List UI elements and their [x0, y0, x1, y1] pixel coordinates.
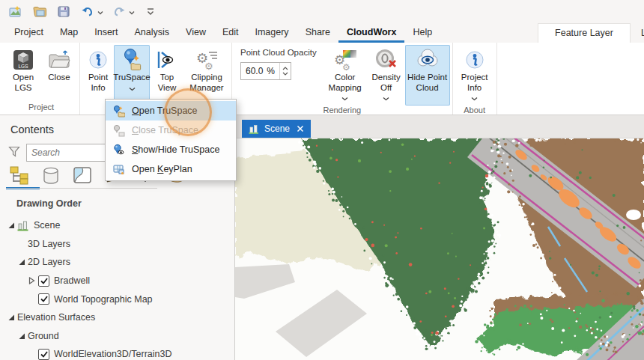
- map-canvas[interactable]: [235, 138, 644, 360]
- customize-toolbar-icon[interactable]: [142, 3, 159, 19]
- layer-label: Ground: [28, 331, 59, 341]
- tree-row-elevation-surfaces[interactable]: Elevation Surfaces: [0, 308, 234, 327]
- top-view-icon: [156, 47, 178, 73]
- menu-item-label: Open KeyPlan: [132, 164, 192, 174]
- ribbon-tab-imagery[interactable]: Imagery: [246, 23, 297, 43]
- clipping-manager-button[interactable]: ⚙ ⚙ Clipping Manager: [184, 45, 229, 103]
- opacity-unit: %: [263, 66, 275, 76]
- ribbon-tab-view[interactable]: View: [177, 23, 214, 43]
- ribbon-tab-map[interactable]: Map: [52, 23, 86, 43]
- density-off-button[interactable]: Density Off: [368, 45, 405, 106]
- ribbon-tab-cloudworx[interactable]: CloudWorx: [338, 23, 404, 43]
- project-info-icon: [464, 47, 486, 73]
- tree-row-bradwell[interactable]: Bradwell: [0, 272, 234, 290]
- quick-access-toolbar: [0, 0, 644, 22]
- menu-item-open-truspace[interactable]: Open TruSpace: [106, 101, 236, 120]
- open-keyplan-icon: [112, 163, 125, 176]
- ribbon-tab-help[interactable]: Help: [404, 23, 440, 43]
- expander-open-icon[interactable]: [7, 222, 17, 229]
- opacity-stepper[interactable]: [279, 63, 291, 79]
- ribbon-tab-project[interactable]: Project: [6, 23, 52, 43]
- undo-dropdown-chevron-icon[interactable]: [97, 4, 103, 18]
- layer-label: World Topographic Map: [54, 294, 153, 305]
- menu-item-open-keyplan[interactable]: Open KeyPlan: [106, 159, 236, 179]
- point-info-icon: [87, 47, 109, 73]
- layer-label: WorldElevation3D/Terrain3D: [54, 349, 171, 359]
- view-tab-bar: Scene: [235, 115, 644, 138]
- contextual-tab-group: Feature Layer La: [538, 22, 644, 43]
- project-info-chevron-down-icon: [471, 94, 478, 104]
- layer-checkbox[interactable]: [38, 293, 49, 305]
- redo-dropdown-chevron-icon[interactable]: [129, 4, 135, 18]
- truspace-chevron-down-icon: [129, 84, 136, 94]
- tree-row-2d-layers[interactable]: 2D Layers: [0, 253, 234, 272]
- tree-row-scene[interactable]: Scene: [0, 216, 234, 235]
- tree-row-3d-layers[interactable]: 3D Layers: [0, 235, 234, 254]
- ribbon-group-rendering: Point Cloud Opacity 60.0 %: [232, 43, 453, 115]
- open-lgs-label: Open LGS: [6, 73, 40, 93]
- tab-scene[interactable]: Scene: [242, 120, 311, 138]
- truspace-button[interactable]: TruSpace: [114, 45, 150, 103]
- open-lgs-button[interactable]: LGS Open LGS: [5, 45, 41, 103]
- opacity-value[interactable]: 60.0: [241, 66, 263, 76]
- menu-item-close-truspace[interactable]: Close TruSpace: [106, 120, 236, 140]
- point-info-label: Point Info: [83, 73, 113, 93]
- ribbon-tab-bar: ProjectMapInsertAnalysisViewEditImageryS…: [0, 22, 644, 43]
- stepper-down-icon: [282, 72, 288, 76]
- tab-list-by-data-source[interactable]: [40, 166, 61, 185]
- point-info-button[interactable]: Point Info: [82, 45, 114, 103]
- hide-point-cloud-button[interactable]: Hide Point Cloud: [405, 45, 450, 106]
- expander-open-icon[interactable]: [18, 258, 28, 266]
- open-truspace-icon: [112, 105, 125, 118]
- group-label-project: Project: [5, 103, 77, 115]
- tree-row-worldelevation3d-terrain3d[interactable]: WorldElevation3D/Terrain3D: [0, 345, 234, 360]
- ribbon-tab-share[interactable]: Share: [297, 23, 338, 43]
- close-label: Close: [48, 73, 70, 83]
- layer-label: Bradwell: [54, 275, 90, 286]
- color-mapping-label: Color Mapping: [323, 73, 367, 93]
- filter-funnel-icon[interactable]: [7, 144, 22, 162]
- show-hide-truspace-icon: [112, 144, 125, 156]
- ribbon-group-about: Project Info About: [453, 43, 497, 115]
- tree-row-ground[interactable]: Ground: [0, 327, 234, 346]
- tab-list-by-drawing-order[interactable]: [9, 166, 29, 185]
- open-project-icon[interactable]: [31, 3, 48, 19]
- close-button[interactable]: Close: [41, 45, 77, 103]
- scene-tab-close-icon[interactable]: [297, 125, 304, 132]
- opacity-spinner[interactable]: 60.0 %: [240, 62, 291, 80]
- tab-feature-layer[interactable]: Feature Layer: [538, 23, 631, 43]
- ribbon-tab-insert[interactable]: Insert: [86, 23, 126, 43]
- undo-icon[interactable]: [79, 3, 96, 19]
- stepper-up-icon: [282, 67, 288, 70]
- group-label-about: About: [455, 106, 494, 115]
- expander-open-icon[interactable]: [18, 332, 28, 340]
- layer-label: Scene: [34, 220, 60, 231]
- layer-checkbox[interactable]: [38, 275, 49, 287]
- hide-point-cloud-icon: [415, 47, 440, 73]
- redo-icon[interactable]: [111, 3, 127, 19]
- point-cloud-opacity-control: Point Cloud Opacity 60.0 %: [234, 45, 323, 106]
- clipping-manager-icon: ⚙ ⚙: [194, 47, 219, 73]
- tab-labeling-partial[interactable]: La: [631, 24, 644, 43]
- menu-item-show-hide-truspace[interactable]: Show/Hide TruSpace: [106, 140, 236, 159]
- expander-open-icon[interactable]: [7, 314, 17, 321]
- layer-checkbox[interactable]: [38, 349, 49, 360]
- tab-list-by-selection[interactable]: [72, 166, 92, 185]
- new-project-icon[interactable]: [7, 3, 24, 19]
- view-area: Scene: [235, 115, 644, 360]
- ribbon-tab-analysis[interactable]: Analysis: [127, 23, 178, 43]
- application-window: ProjectMapInsertAnalysisViewEditImageryS…: [0, 0, 644, 360]
- color-mapping-button[interactable]: ⚙ ⚙ Color Mapping: [323, 45, 368, 106]
- ribbon-tab-edit[interactable]: Edit: [214, 23, 247, 43]
- save-project-icon[interactable]: [55, 3, 72, 19]
- expander-closed-icon[interactable]: [28, 277, 38, 284]
- pane-tab-hairline: [6, 188, 157, 189]
- top-view-button[interactable]: Top View: [150, 45, 184, 103]
- tree-row-world-topographic-map[interactable]: World Topographic Map: [0, 290, 234, 308]
- project-info-button[interactable]: Project Info: [455, 45, 494, 106]
- layer-label: 2D Layers: [28, 257, 70, 267]
- drawing-order-heading: Drawing Order: [16, 198, 82, 209]
- clipping-manager-label: Clipping Manager: [185, 73, 228, 93]
- density-off-label: Density Off: [368, 73, 404, 93]
- top-view-label: Top View: [151, 73, 183, 93]
